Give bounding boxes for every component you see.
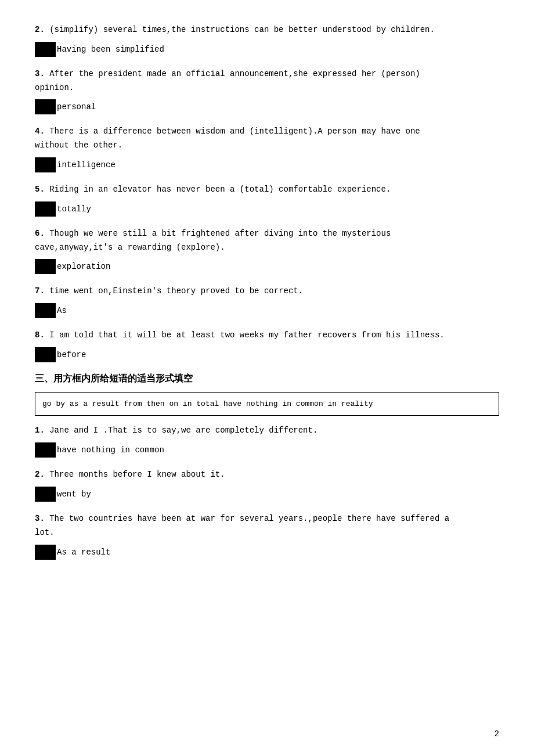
s3-answer-square-1 xyxy=(35,442,56,458)
question-8: 8. I am told that it will be at least tw… xyxy=(35,329,499,362)
answer-square-2 xyxy=(35,42,56,57)
question-2-number: 2. xyxy=(35,25,45,34)
question-2: 2. (simplify) several times,the instruct… xyxy=(35,23,499,57)
answer-text-5: totally xyxy=(57,204,91,214)
answer-square-4 xyxy=(35,157,56,172)
s3-question-2: 2. Three months before I knew about it. … xyxy=(35,468,499,502)
s3-question-2-body: Three months before I knew about it. xyxy=(49,470,225,479)
question-4: 4. There is a difference between wisdom … xyxy=(35,125,499,172)
answer-text-3: personal xyxy=(57,102,96,111)
question-5: 5. Riding in an elevator has never been … xyxy=(35,183,499,217)
s3-question-3: 3. The two countries have been at war fo… xyxy=(35,512,499,560)
phrase-box: go by as a result from then on in total … xyxy=(35,392,499,416)
s3-question-1: 1. Jane and I .That is to say,we are com… xyxy=(35,424,499,458)
section-3-header: 三、用方框内所给短语的适当形式填空 xyxy=(35,373,499,385)
question-6-number: 6. xyxy=(35,229,45,238)
question-2-body: (simplify) several times,the instruction… xyxy=(49,25,435,34)
answer-box-6: exploration xyxy=(35,259,499,274)
question-7-number: 7. xyxy=(35,286,45,296)
answer-square-6 xyxy=(35,259,56,274)
section-3: 三、用方框内所给短语的适当形式填空 go by as a result from… xyxy=(35,373,499,560)
answer-text-2: Having been simplified xyxy=(57,45,164,54)
answer-square-8 xyxy=(35,347,56,362)
s3-question-1-number: 1. xyxy=(35,426,45,435)
page-number: 2 xyxy=(495,729,499,739)
question-5-text: 5. Riding in an elevator has never been … xyxy=(35,183,499,197)
answer-box-2: Having been simplified xyxy=(35,42,499,57)
s3-question-3-text: 3. The two countries have been at war fo… xyxy=(35,512,499,540)
s3-answer-text-2: went by xyxy=(57,489,91,499)
question-5-number: 5. xyxy=(35,185,45,194)
question-7-body: time went on,Einstein's theory proved to… xyxy=(49,286,303,296)
answer-text-8: before xyxy=(57,350,86,359)
s3-answer-box-2: went by xyxy=(35,487,499,502)
s3-question-1-text: 1. Jane and I .That is to say,we are com… xyxy=(35,424,499,438)
question-6-text: 6. Though we were still a bit frightened… xyxy=(35,227,499,255)
answer-box-8: before xyxy=(35,347,499,362)
answer-box-5: totally xyxy=(35,201,499,217)
question-7-text: 7. time went on,Einstein's theory proved… xyxy=(35,285,499,298)
s3-answer-text-1: have nothing in common xyxy=(57,445,164,455)
question-4-number: 4. xyxy=(35,127,45,136)
answer-box-3: personal xyxy=(35,99,499,114)
answer-text-6: exploration xyxy=(57,262,110,271)
answer-square-5 xyxy=(35,201,56,217)
question-6-body: Though we were still a bit frightened af… xyxy=(35,229,391,252)
question-2-text: 2. (simplify) several times,the instruct… xyxy=(35,23,499,37)
s3-answer-square-2 xyxy=(35,487,56,502)
s3-answer-box-3: As a result xyxy=(35,545,499,560)
s3-question-1-body: Jane and I .That is to say,we are comple… xyxy=(49,426,317,435)
question-8-body: I am told that it will be at least two w… xyxy=(49,330,445,340)
question-3-body: After the president made an official ann… xyxy=(35,69,420,92)
s3-answer-square-3 xyxy=(35,545,56,560)
s3-question-3-number: 3. xyxy=(35,514,45,523)
question-5-body: Riding in an elevator has never been a (… xyxy=(49,185,391,194)
s3-question-2-number: 2. xyxy=(35,470,45,479)
question-4-text: 4. There is a difference between wisdom … xyxy=(35,125,499,153)
question-6: 6. Though we were still a bit frightened… xyxy=(35,227,499,275)
section-2: 2. (simplify) several times,the instruct… xyxy=(35,23,499,362)
question-4-body: There is a difference between wisdom and… xyxy=(35,127,420,150)
s3-question-2-text: 2. Three months before I knew about it. xyxy=(35,468,499,482)
s3-question-3-body: The two countries have been at war for s… xyxy=(35,514,449,537)
answer-square-3 xyxy=(35,99,56,114)
question-3-number: 3. xyxy=(35,69,45,78)
question-3-text: 3. After the president made an official … xyxy=(35,67,499,95)
s3-answer-box-1: have nothing in common xyxy=(35,442,499,458)
question-3: 3. After the president made an official … xyxy=(35,67,499,115)
answer-text-7: As xyxy=(57,306,67,315)
answer-square-7 xyxy=(35,303,56,318)
s3-answer-text-3: As a result xyxy=(57,548,110,557)
question-8-number: 8. xyxy=(35,330,45,340)
question-8-text: 8. I am told that it will be at least tw… xyxy=(35,329,499,343)
question-7: 7. time went on,Einstein's theory proved… xyxy=(35,285,499,318)
answer-box-4: intelligence xyxy=(35,157,499,172)
answer-box-7: As xyxy=(35,303,499,318)
answer-text-4: intelligence xyxy=(57,160,116,170)
